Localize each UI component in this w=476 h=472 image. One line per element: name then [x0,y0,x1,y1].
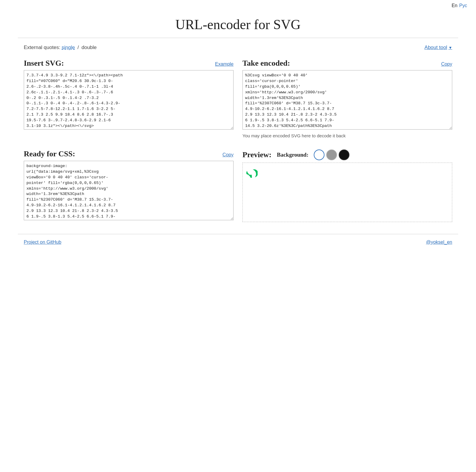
about-tool-label: About tool [425,45,447,51]
bg-gray-button[interactable] [326,150,337,160]
copy-css-button[interactable]: Copy [223,152,234,158]
preview-header: Preview: Background: [242,150,452,160]
insert-svg-panel: Insert SVG: Example 7.3.7-4.9 3.3-9.2 7.… [24,59,234,138]
background-label: Background: [277,152,308,158]
quotes-options: External quotes: single / double [24,45,97,51]
take-encoded-header: Take encoded: Copy [242,59,452,68]
ready-css-panel: Ready for CSS: Copy background-image: ur… [24,150,234,222]
lang-bar: En Рус [0,0,476,8]
twitter-link[interactable]: @yoksel_en [426,240,452,245]
insert-svg-textarea[interactable]: 7.3.7-4.9 3.3-9.2 7.1-12z"><\/path><path… [24,70,234,130]
insert-svg-header: Insert SVG: Example [24,59,234,68]
lang-ru-link[interactable]: Рус [459,3,467,8]
options-bar: External quotes: single / double About t… [0,38,476,54]
insert-svg-title: Insert SVG: [24,59,64,68]
bg-options [314,150,349,160]
preview-title: Preview: [242,150,272,159]
ready-css-header: Ready for CSS: Copy [24,150,234,158]
take-encoded-title: Take encoded: [242,59,290,68]
take-encoded-panel: Take encoded: Copy %3Csvg viewBox='0 0 4… [242,59,452,138]
quotes-single[interactable]: single [62,45,75,50]
about-tool-button[interactable]: About tool ▼ [425,45,452,51]
preview-svg-icon [246,166,258,178]
main-grid: Insert SVG: Example 7.3.7-4.9 3.3-9.2 7.… [0,54,476,141]
page-title: URL-encoder for SVG [0,8,476,38]
preview-panel: Preview: Background: [242,150,452,222]
decode-hint: You may place encoded SVG here to decode… [242,133,452,138]
copy-encoded-button[interactable]: Copy [441,62,452,67]
bottom-grid: Ready for CSS: Copy background-image: ur… [0,141,476,225]
footer: Project on GitHub @yoksel_en [0,234,476,254]
example-button[interactable]: Example [215,62,234,67]
about-tool-arrow-icon: ▼ [448,45,452,50]
lang-en: En [452,3,458,8]
ready-css-title: Ready for CSS: [24,150,75,158]
take-encoded-textarea[interactable]: %3Csvg viewBox='0 0 40 40' class='cursor… [242,70,452,130]
quotes-label: External quotes: [24,45,60,50]
preview-box [242,163,452,222]
quotes-double[interactable]: double [81,45,97,50]
quotes-slash: / [78,45,79,50]
github-link[interactable]: Project on GitHub [24,240,61,245]
bg-white-button[interactable] [314,150,324,160]
ready-css-textarea[interactable]: background-image: url("data:image/svg+xm… [24,161,234,220]
bg-black-button[interactable] [339,150,349,160]
